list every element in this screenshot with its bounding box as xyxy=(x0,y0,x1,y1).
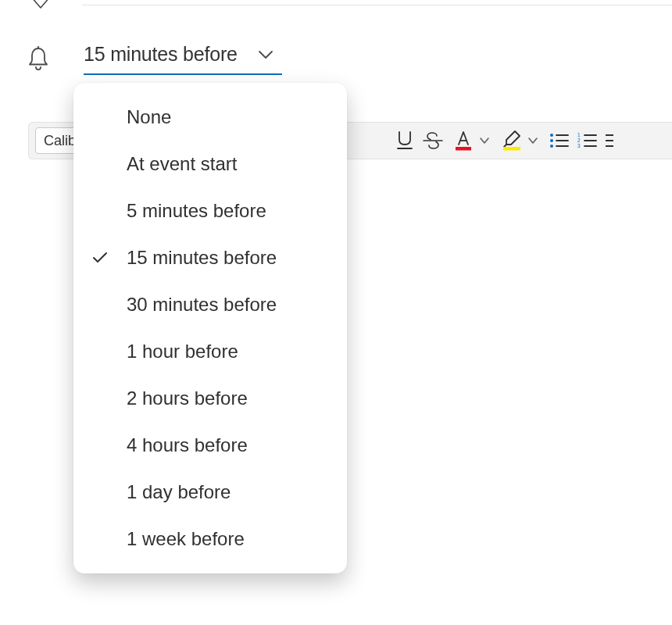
reminder-options-menu: None At event start 5 minutes before 15 … xyxy=(73,83,347,573)
strikethrough-button[interactable] xyxy=(421,129,445,152)
numbered-list-button[interactable]: 1 2 3 xyxy=(576,129,599,152)
reminder-option-label: 30 minutes before xyxy=(127,294,277,316)
svg-text:1: 1 xyxy=(577,132,581,138)
toolbar-overflow-button[interactable] xyxy=(604,129,615,152)
highlight-color-caret[interactable] xyxy=(527,137,538,145)
reminder-option-label: 2 hours before xyxy=(127,388,248,409)
highlight-color-swatch xyxy=(503,147,520,151)
font-color-icon xyxy=(452,130,474,152)
font-color-caret[interactable] xyxy=(479,137,490,145)
section-divider xyxy=(82,5,672,5)
svg-point-5 xyxy=(550,139,553,142)
font-color-button[interactable] xyxy=(449,129,477,152)
reminder-option-15-min[interactable]: 15 minutes before xyxy=(73,234,347,281)
bell-icon xyxy=(27,46,50,71)
underline-button[interactable] xyxy=(393,129,416,152)
svg-text:2: 2 xyxy=(577,138,581,143)
underline-icon xyxy=(396,130,413,151)
checkmark-icon xyxy=(92,252,108,264)
chevron-down-icon xyxy=(257,49,274,60)
reminder-option-label: 1 hour before xyxy=(127,341,238,362)
more-icon xyxy=(606,132,613,149)
svg-text:3: 3 xyxy=(577,143,581,148)
reminder-option-label: None xyxy=(127,106,171,128)
reminder-option-1-week[interactable]: 1 week before xyxy=(73,516,347,562)
reminder-option-none[interactable]: None xyxy=(73,94,347,141)
bulleted-list-button[interactable] xyxy=(548,129,571,152)
location-outline-chevron-icon xyxy=(30,0,52,12)
svg-point-6 xyxy=(550,145,553,148)
reminder-option-label: At event start xyxy=(127,153,237,175)
reminder-option-label: 1 day before xyxy=(127,481,231,503)
reminder-option-1-hour[interactable]: 1 hour before xyxy=(73,328,347,375)
numbered-list-icon: 1 2 3 xyxy=(577,132,598,149)
strikethrough-icon xyxy=(423,132,443,149)
reminder-row: 15 minutes before xyxy=(0,43,672,78)
font-color-swatch xyxy=(456,147,471,151)
reminder-selected-label: 15 minutes before xyxy=(84,43,238,66)
font-family-label: Calib xyxy=(44,133,76,149)
highlight-color-button[interactable] xyxy=(498,129,526,152)
reminder-option-5-min[interactable]: 5 minutes before xyxy=(73,188,347,234)
svg-point-4 xyxy=(550,134,553,137)
highlighter-icon xyxy=(500,130,524,152)
reminder-option-4-hours[interactable]: 4 hours before xyxy=(73,422,347,469)
reminder-option-label: 5 minutes before xyxy=(127,200,266,222)
reminder-option-label: 15 minutes before xyxy=(127,247,277,269)
previous-section-row xyxy=(0,0,672,16)
reminder-option-at-start[interactable]: At event start xyxy=(73,141,347,188)
reminder-option-1-day[interactable]: 1 day before xyxy=(73,469,347,516)
reminder-option-30-min[interactable]: 30 minutes before xyxy=(73,281,347,328)
reminder-option-label: 1 week before xyxy=(127,528,245,550)
reminder-option-2-hours[interactable]: 2 hours before xyxy=(73,375,347,422)
reminder-dropdown[interactable]: 15 minutes before xyxy=(84,43,282,75)
bulleted-list-icon xyxy=(549,132,570,149)
reminder-option-label: 4 hours before xyxy=(127,434,248,456)
